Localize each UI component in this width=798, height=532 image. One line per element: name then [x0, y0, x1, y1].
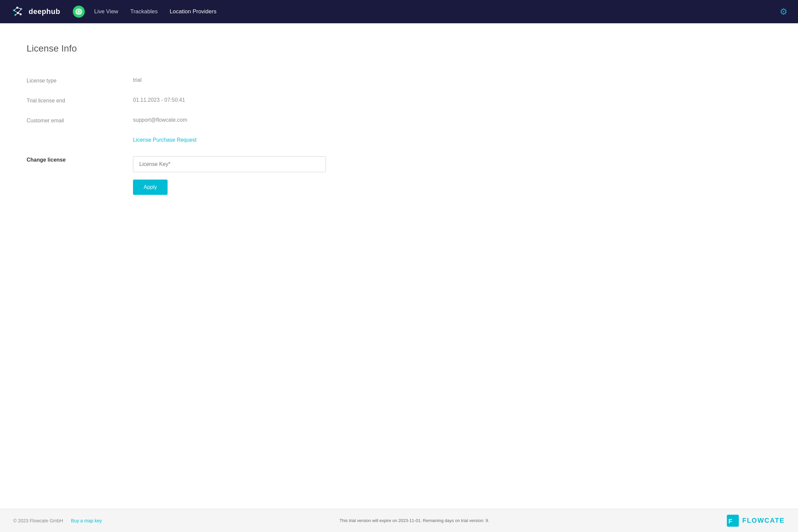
license-purchase-link[interactable]: License Purchase Request: [133, 137, 196, 143]
logo-text: deephub: [28, 7, 60, 16]
change-license-row: Change license Apply: [26, 150, 326, 202]
svg-line-9: [14, 10, 18, 13]
customer-email-value: support@flowcate.com: [133, 117, 326, 123]
deephub-logo-icon: [11, 4, 25, 19]
svg-line-7: [14, 8, 17, 10]
change-license-content: Apply: [133, 156, 326, 195]
settings-icon[interactable]: ⚙: [780, 7, 787, 17]
nav-trackables[interactable]: Trackables: [130, 8, 158, 15]
license-table: License type trial Trial license end 01.…: [26, 71, 326, 202]
svg-point-13: [78, 11, 80, 13]
footer: © 2023 Flowcate GmbH Buy a map key This …: [0, 509, 798, 532]
change-license-label: Change license: [26, 156, 120, 163]
footer-left: © 2023 Flowcate GmbH Buy a map key: [13, 518, 102, 524]
license-key-input[interactable]: [133, 156, 326, 172]
trial-license-end-row: Trial license end 01.11.2023 - 07:50:41: [26, 91, 326, 110]
customer-email-label: Customer email: [26, 117, 120, 124]
footer-map-key-link[interactable]: Buy a map key: [71, 518, 102, 524]
purchase-link-row: License Purchase Request: [26, 130, 326, 150]
trial-license-end-label: Trial license end: [26, 97, 120, 104]
footer-brand: F FLOWCATE: [727, 515, 785, 527]
license-type-label: License type: [26, 77, 120, 84]
logo: deephub: [11, 4, 60, 19]
page-title: License Info: [26, 43, 772, 54]
broadcast-icon: [73, 6, 85, 18]
flowcate-logo-icon: F: [727, 515, 739, 527]
footer-brand-name: FLOWCATE: [742, 517, 785, 524]
license-type-row: License type trial: [26, 71, 326, 91]
purchase-link-spacer: [26, 137, 120, 138]
trial-license-end-value: 01.11.2023 - 07:50:41: [133, 97, 326, 103]
apply-button[interactable]: Apply: [133, 179, 168, 195]
nav-live-view[interactable]: Live View: [94, 8, 118, 15]
svg-text:F: F: [728, 518, 732, 525]
main-content: License Info License type trial Trial li…: [0, 23, 798, 509]
svg-line-11: [15, 13, 18, 15]
license-type-value: trial: [133, 77, 326, 83]
nav-location-providers[interactable]: Location Providers: [170, 8, 216, 15]
footer-trial-notice: This trial version will expire on 2023-1…: [102, 518, 727, 523]
customer-email-row: Customer email support@flowcate.com: [26, 110, 326, 130]
svg-line-10: [18, 9, 21, 13]
main-nav: Live View Trackables Location Providers: [94, 8, 216, 15]
footer-copyright: © 2023 Flowcate GmbH: [13, 518, 63, 524]
